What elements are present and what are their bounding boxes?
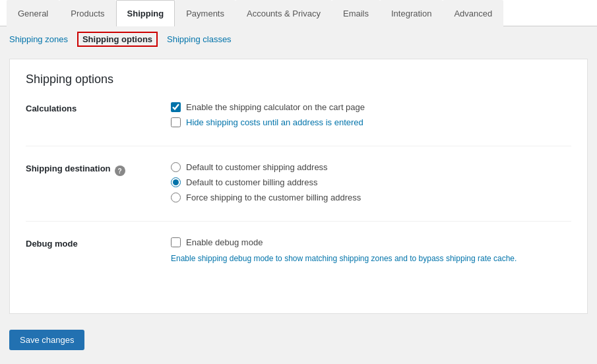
tab-accounts-privacy[interactable]: Accounts & Privacy: [236, 0, 332, 26]
radio-customer-shipping-row: Default to customer shipping address: [171, 162, 571, 172]
radio-customer-billing-label[interactable]: Default to customer billing address: [186, 177, 317, 187]
shipping-destination-label: Shipping destination ?: [26, 162, 171, 176]
radio-force-billing-label[interactable]: Force shipping to the customer billing a…: [186, 193, 361, 202]
hide-shipping-checkbox[interactable]: [171, 117, 181, 127]
save-changes-button[interactable]: Save changes: [9, 330, 84, 350]
calculations-content: Enable the shipping calculator on the ca…: [171, 102, 571, 133]
debug-mode-label: Debug mode: [26, 237, 171, 249]
debug-hint-text: Enable shipping debug mode to show match…: [171, 253, 571, 264]
subnav-shipping-classes[interactable]: Shipping classes: [167, 34, 232, 44]
radio-force-billing[interactable]: [171, 193, 181, 202]
main-content: Shipping options Calculations Enable the…: [9, 59, 588, 314]
tab-shipping[interactable]: Shipping: [116, 0, 175, 26]
radio-customer-shipping[interactable]: [171, 162, 181, 172]
enable-debug-label[interactable]: Enable debug mode: [186, 237, 263, 247]
enable-calculator-checkbox[interactable]: [171, 102, 181, 112]
enable-calculator-label[interactable]: Enable the shipping calculator on the ca…: [186, 102, 365, 112]
radio-customer-billing[interactable]: [171, 177, 181, 187]
page-wrap: General Products Shipping Payments Accou…: [0, 0, 597, 364]
shipping-destination-content: Default to customer shipping address Def…: [171, 162, 571, 208]
tab-emails[interactable]: Emails: [332, 0, 380, 26]
enable-debug-row: Enable debug mode: [171, 237, 571, 247]
calculations-label: Calculations: [26, 102, 171, 113]
enable-debug-checkbox[interactable]: [171, 237, 181, 247]
radio-force-billing-row: Force shipping to the customer billing a…: [171, 193, 571, 202]
tab-general[interactable]: General: [7, 0, 59, 26]
hide-shipping-label[interactable]: Hide shipping costs until an address is …: [186, 117, 363, 127]
tab-payments[interactable]: Payments: [175, 0, 236, 26]
shipping-destination-help-icon[interactable]: ?: [115, 166, 125, 176]
hide-shipping-row: Hide shipping costs until an address is …: [171, 117, 571, 127]
sub-nav: Shipping zones Shipping options Shipping…: [0, 26, 597, 52]
save-area: Save changes: [0, 320, 597, 359]
radio-customer-billing-row: Default to customer billing address: [171, 177, 571, 187]
calculations-row: Calculations Enable the shipping calcula…: [26, 102, 571, 146]
tab-integration[interactable]: Integration: [380, 0, 443, 26]
radio-customer-shipping-label[interactable]: Default to customer shipping address: [186, 162, 328, 172]
subnav-shipping-options[interactable]: Shipping options: [77, 32, 158, 47]
tab-products[interactable]: Products: [59, 0, 115, 26]
page-title: Shipping options: [26, 73, 571, 86]
tab-advanced[interactable]: Advanced: [443, 0, 503, 26]
enable-calculator-row: Enable the shipping calculator on the ca…: [171, 102, 571, 112]
shipping-destination-row: Shipping destination ? Default to custom…: [26, 162, 571, 222]
subnav-shipping-zones[interactable]: Shipping zones: [9, 34, 68, 44]
debug-mode-row: Debug mode Enable debug mode Enable ship…: [26, 237, 571, 278]
debug-mode-content: Enable debug mode Enable shipping debug …: [171, 237, 571, 264]
top-nav: General Products Shipping Payments Accou…: [0, 0, 597, 26]
